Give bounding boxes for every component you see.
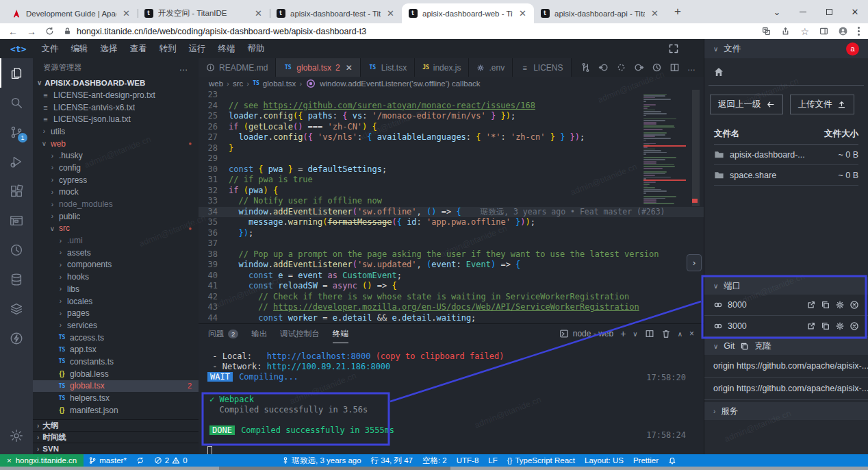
go-up-button[interactable]: 返回上一级 (710, 95, 783, 114)
url-text[interactable]: hongxi.titanide.cn/ide/web/coding/apisix… (77, 27, 366, 36)
tree-item-global.less[interactable]: {}global.less (33, 368, 199, 380)
git-section-header[interactable]: ∨ Git 克隆 (704, 337, 868, 355)
copy-port-icon[interactable] (821, 300, 830, 310)
menu-item-查看[interactable]: 查看 (123, 43, 153, 55)
tree-item-src[interactable]: ∨src● (33, 223, 199, 235)
navigate-current-icon[interactable] (616, 62, 626, 73)
share-icon[interactable] (781, 27, 790, 36)
encoding-indicator[interactable]: UTF-8 (452, 454, 484, 467)
branch-indicator[interactable]: master* (84, 454, 131, 467)
navigate-back-icon[interactable] (598, 62, 609, 73)
editor-tab-LICENS[interactable]: ≡LICENS (513, 58, 571, 77)
panel-tab-调试控制台[interactable]: 调试控制台 (280, 324, 320, 343)
menu-item-文件[interactable]: 文件 (35, 43, 64, 55)
eol-indicator[interactable]: LF (483, 454, 502, 467)
activitybar-source-control[interactable]: 1 (0, 117, 33, 147)
menu-item-编辑[interactable]: 编辑 (64, 43, 94, 55)
tree-item-constants.ts[interactable]: TSconstants.ts (33, 356, 199, 368)
browser-menu-chevron-icon[interactable]: ⌄ (764, 0, 790, 23)
copy-port-icon[interactable] (821, 321, 830, 331)
indent-indicator[interactable]: 空格: 2 (418, 454, 452, 467)
fullscreen-icon[interactable] (668, 43, 679, 54)
port-settings-icon[interactable] (835, 300, 845, 310)
panel-tab-问题[interactable]: 问题2 (208, 324, 238, 343)
activitybar-power[interactable] (0, 323, 33, 353)
sidebar-section-时间线[interactable]: ›时间线 (33, 431, 199, 443)
tree-item-libs[interactable]: ›libs (33, 283, 199, 295)
new-tab-button[interactable]: + (669, 3, 687, 21)
new-terminal-icon[interactable]: + (620, 328, 626, 339)
close-port-icon[interactable] (850, 321, 859, 331)
activitybar-settings[interactable] (0, 421, 33, 450)
close-window-button[interactable]: ✕ (842, 0, 868, 23)
profile-avatar[interactable] (839, 27, 847, 36)
language-indicator[interactable]: {}TypeScript React (502, 454, 580, 467)
shell-dropdown-icon[interactable]: ∨ (633, 330, 637, 338)
code-editor[interactable]: 2324// see https://github.com/suren-atoy… (199, 90, 704, 323)
port-settings-icon[interactable] (835, 321, 845, 331)
breadcrumb-item[interactable]: web (209, 79, 223, 88)
close-panel-icon[interactable]: × (689, 329, 694, 338)
tree-item-hooks[interactable]: ›hooks (33, 271, 199, 283)
port-number[interactable]: 3000 (728, 321, 802, 331)
minimap[interactable] (643, 92, 686, 205)
activitybar-explorer[interactable] (0, 58, 33, 88)
more-actions-icon[interactable]: … (687, 63, 695, 73)
terminal-output[interactable]: - Local: http://localhost:8000 (copy to … (199, 343, 704, 454)
problems-indicator[interactable]: 2 0 (149, 454, 192, 467)
notifications-bell-icon[interactable] (663, 454, 681, 467)
activitybar-database[interactable] (0, 264, 33, 294)
close-tab-icon[interactable]: ✕ (253, 8, 264, 18)
tree-item-helpers.tsx[interactable]: TShelpers.tsx (33, 392, 199, 404)
tree-item-utils[interactable]: ›utils (33, 125, 199, 138)
file-row-apisix-dashboard-...[interactable]: apisix-dashboard-...~ 0 B (714, 145, 858, 165)
split-terminal-icon[interactable] (645, 329, 654, 338)
tree-item-services[interactable]: ›services (33, 319, 199, 332)
tree-item-app.tsx[interactable]: TSapp.tsx (33, 343, 199, 356)
breadcrumb-item[interactable]: src (233, 79, 243, 88)
browser-tab[interactable]: tapisix-dashboard-test - TitanID✕ (270, 3, 402, 23)
tree-item-public[interactable]: ›public (33, 210, 199, 223)
close-tab-icon[interactable]: ✕ (385, 8, 396, 18)
scrollbar-thumb[interactable] (219, 467, 450, 470)
close-tab-icon[interactable]: ✕ (121, 8, 131, 18)
tree-item-.husky[interactable]: ›.husky (33, 149, 199, 162)
activitybar-timer[interactable] (0, 235, 33, 264)
close-port-icon[interactable] (850, 300, 859, 310)
editor-tab-global.tsx[interactable]: TSglobal.tsx2✕ (276, 58, 360, 77)
close-tab-icon[interactable]: ✕ (650, 8, 660, 18)
tree-item-LICENSE-antvis-x6.txt[interactable]: ≡LICENSE-antvis-x6.txt (33, 101, 199, 114)
address-bar[interactable]: hongxi.titanide.cn/ide/web/coding/apisix… (63, 27, 366, 36)
browser-menu-icon[interactable] (858, 27, 860, 36)
more-actions-icon[interactable]: … (179, 62, 188, 73)
editor-tab-index.js[interactable]: JSindex.js (415, 58, 469, 77)
close-tab-icon[interactable]: ✕ (346, 63, 353, 73)
upload-button[interactable]: 上传文件 (790, 95, 854, 114)
timeline-icon[interactable] (652, 62, 662, 73)
tree-item-components[interactable]: ›components (33, 259, 199, 271)
browser-tab[interactable]: Development Guide | Apache✕ (5, 3, 138, 23)
activitybar-search[interactable] (0, 88, 33, 117)
maximize-panel-icon[interactable]: ∧ (678, 330, 682, 338)
breadcrumb-item[interactable]: global.tsx (263, 79, 296, 88)
git-remote-row[interactable]: origin https://github.com/apache/apisix-… (704, 355, 868, 378)
sidebar-section-大纲[interactable]: ›大纲 (33, 419, 199, 431)
tree-item-config[interactable]: ›config (33, 162, 199, 174)
ports-section-header[interactable]: ∨ 端口 (704, 277, 868, 295)
panel-tab-终端[interactable]: 终端 (333, 324, 348, 343)
menu-item-运行[interactable]: 运行 (182, 43, 212, 55)
browser-tab[interactable]: tapisix-dashboard-web - TitanI✕ (402, 3, 534, 23)
activitybar-run-debug[interactable] (0, 147, 33, 176)
tree-item-locales[interactable]: ›locales (33, 295, 199, 308)
maximize-button[interactable] (816, 0, 842, 23)
split-editor-icon[interactable] (669, 62, 680, 73)
tree-item-assets[interactable]: ›assets (33, 247, 199, 259)
file-row-space.share[interactable]: space.share~ 0 B (714, 165, 858, 186)
browser-tab[interactable]: t开发空间 - TitanIDE✕ (138, 3, 270, 23)
menu-item-终端[interactable]: 终端 (212, 43, 241, 55)
close-tab-icon[interactable]: ✕ (518, 8, 528, 18)
formatter-indicator[interactable]: Prettier (628, 454, 663, 467)
kill-terminal-icon[interactable] (661, 329, 671, 338)
editor-tab-.env[interactable]: .env (469, 58, 513, 77)
menu-item-帮助[interactable]: 帮助 (241, 43, 270, 55)
